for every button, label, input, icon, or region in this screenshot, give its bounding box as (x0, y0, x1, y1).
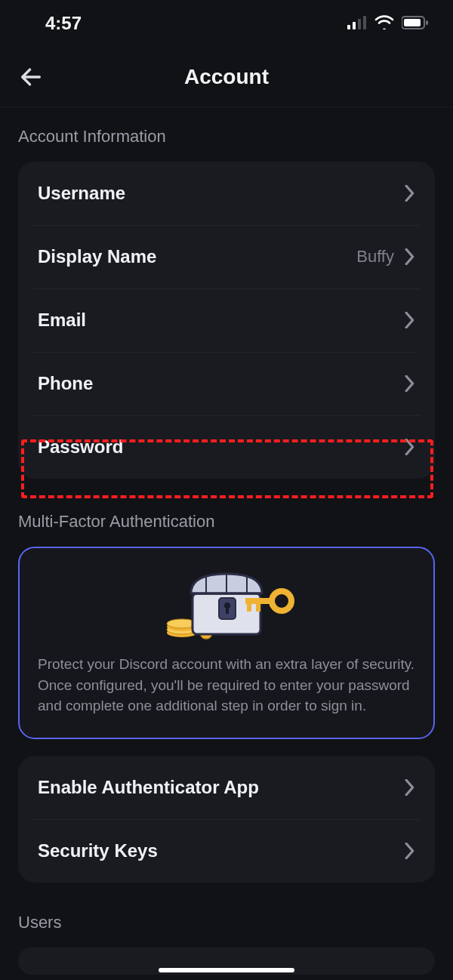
row-email[interactable]: Email (18, 288, 435, 352)
account-info-card: Username Display Name Buffy Email (18, 162, 435, 479)
wifi-icon (374, 13, 394, 34)
row-phone[interactable]: Phone (18, 352, 435, 415)
row-value: Buffy (356, 247, 394, 267)
arrow-left-icon (18, 64, 44, 90)
chevron-right-icon (405, 248, 415, 265)
content: Account Information Username Display Nam… (0, 107, 453, 975)
status-indicators (347, 13, 429, 34)
svg-rect-1 (353, 22, 356, 29)
mfa-info-card: Protect your Discord account with an ext… (18, 547, 435, 739)
svg-rect-22 (247, 604, 251, 612)
section-label-users: Users (0, 883, 453, 941)
svg-point-20 (272, 591, 291, 611)
header: Account (0, 47, 453, 107)
row-username[interactable]: Username (18, 162, 435, 225)
page-title: Account (184, 65, 269, 89)
cellular-icon (347, 13, 367, 34)
status-bar: 4:57 (0, 0, 453, 47)
row-enable-authenticator[interactable]: Enable Authenticator App (18, 756, 435, 819)
chevron-right-icon (405, 185, 415, 202)
svg-rect-23 (256, 604, 260, 612)
status-time: 4:57 (45, 13, 82, 34)
row-password[interactable]: Password (18, 415, 435, 479)
battery-icon (402, 13, 429, 34)
mfa-description: Protect your Discord account with an ext… (38, 654, 415, 717)
row-label: Username (38, 183, 125, 204)
svg-rect-19 (226, 607, 229, 614)
back-button[interactable] (18, 64, 44, 90)
home-indicator[interactable] (159, 968, 294, 972)
svg-rect-3 (363, 16, 366, 29)
svg-rect-21 (245, 598, 274, 604)
row-label: Display Name (38, 246, 156, 267)
row-label: Password (38, 436, 123, 458)
mfa-actions-card: Enable Authenticator App Security Keys (18, 756, 435, 883)
row-label: Enable Authenticator App (38, 777, 259, 798)
svg-rect-2 (358, 19, 361, 29)
chevron-right-icon (405, 779, 415, 796)
svg-rect-6 (426, 20, 428, 25)
svg-rect-0 (347, 25, 350, 29)
treasure-chest-icon (38, 568, 415, 640)
svg-rect-5 (404, 19, 421, 26)
chevron-right-icon (405, 312, 415, 328)
row-label: Security Keys (38, 840, 158, 861)
chevron-right-icon (405, 375, 415, 392)
section-label-account-info: Account Information (0, 107, 453, 156)
row-security-keys[interactable]: Security Keys (18, 819, 435, 883)
chevron-right-icon (405, 439, 415, 455)
row-label: Email (38, 310, 86, 331)
chevron-right-icon (405, 843, 415, 859)
section-label-mfa: Multi-Factor Authentication (0, 479, 453, 541)
row-label: Phone (38, 373, 93, 394)
row-display-name[interactable]: Display Name Buffy (18, 225, 435, 288)
